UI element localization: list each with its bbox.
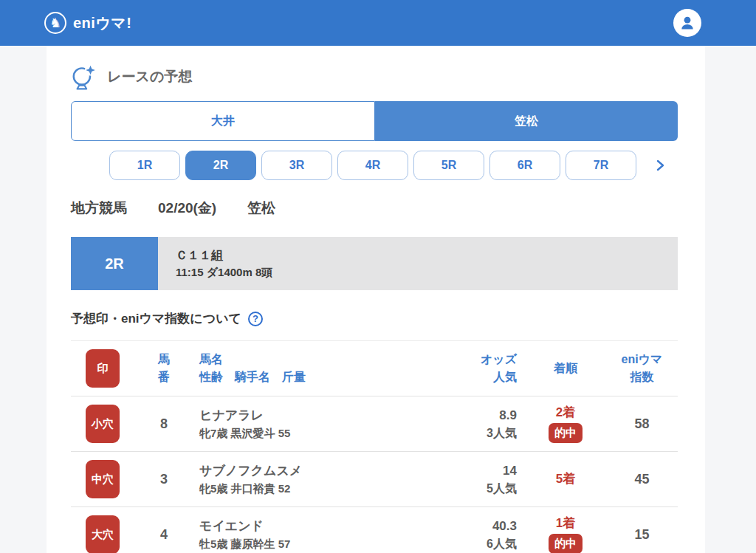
popularity-value: 5人気 <box>436 480 517 497</box>
page-title: レースの予想 <box>107 67 192 86</box>
result-cell: 2着 的中 <box>525 405 606 443</box>
main-content-card: レースの予想 大井 笠松 1R 2R 3R 4R 5R 6R 7R 地方競馬 0… <box>47 46 705 553</box>
race-button-1r[interactable]: 1R <box>109 151 180 180</box>
race-class: Ｃ１１組 <box>176 247 678 264</box>
mark-badge: 小穴 <box>86 405 120 443</box>
eniuma-index: 45 <box>606 472 678 487</box>
table-header-row: 印 馬 番 馬名 性齢 騎手名 斤量 オッズ 人気 着順 eniウマ 指数 <box>71 340 678 396</box>
horse-name: ヒナアラレ <box>199 407 436 425</box>
brand-logo[interactable]: ♞ eniウマ! <box>44 12 132 34</box>
odds-value: 8.9 <box>436 407 517 425</box>
table-row: 小穴 8 ヒナアラレ 牝7歳 黒沢愛斗 55 8.9 3人気 2着 的中 58 <box>71 396 678 451</box>
mark-cell: 中穴 <box>71 460 134 498</box>
race-number-row: 1R 2R 3R 4R 5R 6R 7R <box>71 151 678 180</box>
odds-cell: 40.3 6人気 <box>436 518 525 552</box>
race-button-2r[interactable]: 2R <box>185 151 256 180</box>
chevron-right-icon <box>654 158 666 173</box>
race-banner: 2R Ｃ１１組 11:15 ダ1400m 8頭 <box>71 237 678 290</box>
race-button-7r[interactable]: 7R <box>566 151 636 180</box>
tab-ooi[interactable]: 大井 <box>71 101 375 141</box>
horse-name-cell: モイエンド 牡5歳 藤原幹生 57 <box>193 518 436 552</box>
top-navigation-bar: ♞ eniウマ! <box>0 0 756 46</box>
horse-detail: 牝5歳 井口裕貴 52 <box>199 480 436 497</box>
horse-detail: 牝7歳 黒沢愛斗 55 <box>199 425 436 442</box>
table-row: 中穴 3 サブノフクムスメ 牝5歳 井口裕貴 52 14 5人気 5着 45 <box>71 451 678 506</box>
section-heading: レースの予想 <box>71 63 678 90</box>
result-cell: 1着 的中 <box>525 516 606 553</box>
odds-cell: 14 5人気 <box>436 462 525 497</box>
next-races-button[interactable] <box>654 158 666 173</box>
mark-header-badge: 印 <box>86 349 120 388</box>
finish-position: 2着 <box>525 405 606 420</box>
hit-badge: 的中 <box>549 534 583 553</box>
race-button-4r[interactable]: 4R <box>337 151 408 180</box>
track-tabs: 大井 笠松 <box>71 101 678 141</box>
col-header-odds: オッズ 人気 <box>436 351 525 386</box>
odds-value: 14 <box>436 462 517 480</box>
horse-name-cell: ヒナアラレ 牝7歳 黒沢愛斗 55 <box>193 407 436 442</box>
horse-detail: 牡5歳 藤原幹生 57 <box>199 535 436 552</box>
crystal-ball-icon <box>71 63 96 90</box>
prediction-info-line: 予想印・eniウマ指数について ? <box>71 310 678 327</box>
popularity-value: 3人気 <box>436 425 517 442</box>
horse-logo-icon: ♞ <box>44 12 66 34</box>
race-banner-info: Ｃ１１組 11:15 ダ1400m 8頭 <box>158 237 678 290</box>
eniuma-index: 58 <box>606 416 678 432</box>
horse-name: モイエンド <box>199 518 436 535</box>
horse-number: 4 <box>134 527 193 543</box>
hit-badge: 的中 <box>549 423 583 443</box>
prediction-table: 印 馬 番 馬名 性齢 騎手名 斤量 オッズ 人気 着順 eniウマ 指数 <box>71 340 678 553</box>
odds-value: 40.3 <box>436 518 517 535</box>
mark-badge: 大穴 <box>86 515 120 553</box>
race-meta-line: 地方競馬 02/20(金) 笠松 <box>71 199 678 218</box>
race-banner-number: 2R <box>71 237 158 290</box>
meta-track: 笠松 <box>247 199 275 218</box>
table-row: 大穴 4 モイエンド 牡5歳 藤原幹生 57 40.3 6人気 1着 的中 15 <box>71 506 678 553</box>
meta-date: 02/20(金) <box>158 199 216 218</box>
odds-cell: 8.9 3人気 <box>436 407 525 442</box>
result-cell: 5着 <box>525 472 606 487</box>
finish-position: 5着 <box>525 472 606 487</box>
help-icon[interactable]: ? <box>248 312 263 326</box>
horse-name-cell: サブノフクムスメ 牝5歳 井口裕貴 52 <box>193 462 436 497</box>
mark-badge: 中穴 <box>86 460 120 498</box>
brand-name: eniウマ! <box>73 13 132 33</box>
race-button-3r[interactable]: 3R <box>261 151 332 180</box>
tab-kasamatsu[interactable]: 笠松 <box>375 101 678 141</box>
col-header-index: eniウマ 指数 <box>606 351 678 386</box>
prediction-info-title: 予想印・eniウマ指数について <box>71 310 241 327</box>
horse-number: 3 <box>134 472 193 487</box>
col-header-mark: 印 <box>71 349 134 388</box>
popularity-value: 6人気 <box>436 535 517 552</box>
eniuma-index: 15 <box>606 527 678 543</box>
horse-number: 8 <box>134 416 193 432</box>
race-details: 11:15 ダ1400m 8頭 <box>176 264 678 281</box>
finish-position: 1着 <box>525 516 606 531</box>
race-button-6r[interactable]: 6R <box>489 151 560 180</box>
horse-name: サブノフクムスメ <box>199 462 436 480</box>
col-header-horse-no: 馬 番 <box>134 351 193 386</box>
mark-cell: 小穴 <box>71 405 134 443</box>
person-icon <box>678 14 696 32</box>
meta-category: 地方競馬 <box>71 199 127 218</box>
col-header-name: 馬名 性齢 騎手名 斤量 <box>193 351 436 386</box>
race-button-5r[interactable]: 5R <box>413 151 484 180</box>
mark-cell: 大穴 <box>71 515 134 553</box>
col-header-result: 着順 <box>525 360 606 377</box>
user-avatar-button[interactable] <box>673 9 701 37</box>
